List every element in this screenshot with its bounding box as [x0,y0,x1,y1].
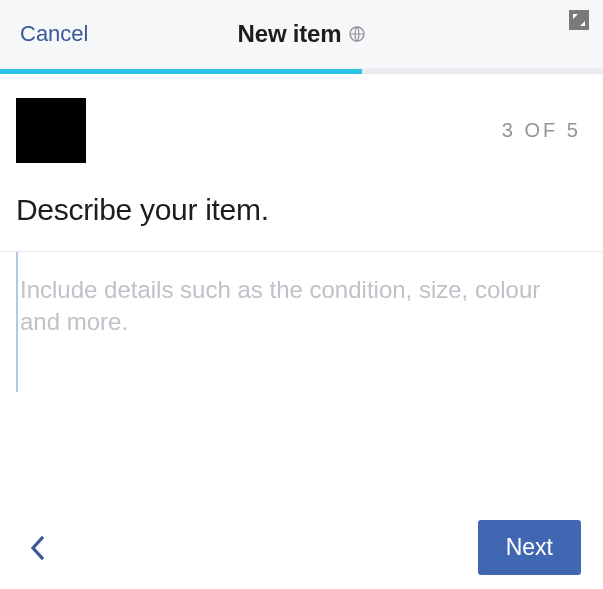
prompt-heading: Describe your item. [16,193,587,251]
page-title: New item [238,20,342,48]
description-input[interactable] [16,252,587,392]
step-counter: 3 OF 5 [502,119,587,142]
progress-fill [0,69,362,74]
next-button[interactable]: Next [478,520,581,575]
expand-icon[interactable] [569,10,589,30]
svg-point-0 [350,27,364,41]
item-thumbnail[interactable] [16,98,86,163]
cancel-button[interactable]: Cancel [20,21,88,47]
globe-icon [349,26,365,42]
back-button[interactable] [30,532,48,564]
header-title-wrap: New item [0,20,603,48]
footer-bar: Next [0,520,603,575]
content-area: 3 OF 5 Describe your item. [0,74,603,396]
progress-track [0,69,603,74]
header-bar: Cancel New item [0,0,603,69]
top-row: 3 OF 5 [16,98,587,163]
